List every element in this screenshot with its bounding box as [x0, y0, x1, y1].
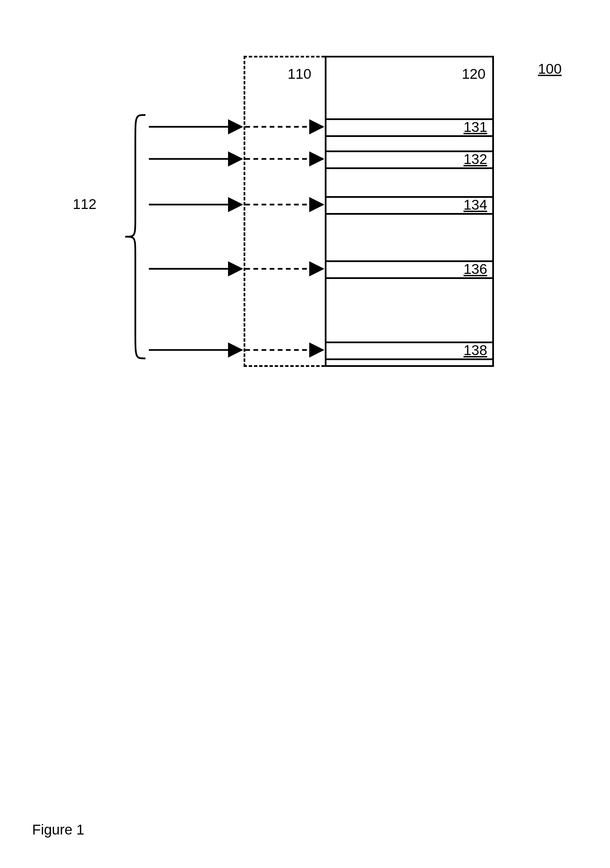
interface-label: 110 [278, 66, 311, 82]
row-138-bottom [326, 358, 492, 360]
row-label-138: 138 [453, 342, 487, 358]
row-134-bottom [326, 213, 492, 215]
row-label-131: 131 [453, 119, 487, 135]
row-132-bottom [326, 167, 492, 169]
inputs-group-label: 112 [73, 196, 96, 212]
row-label-136: 136 [453, 261, 487, 277]
module-label: 120 [452, 66, 486, 82]
inputs-brace [125, 115, 146, 358]
figure-1-diagram: 131 132 134 136 138 110 120 100 112 Figu… [0, 0, 610, 868]
interface-dashed-box [244, 56, 325, 367]
row-131-bottom [326, 135, 492, 137]
figure-caption: Figure 1 [32, 822, 84, 838]
row-136-bottom [326, 277, 492, 279]
row-label-132: 132 [453, 151, 487, 167]
system-label: 100 [528, 61, 562, 77]
row-label-134: 134 [453, 197, 487, 213]
